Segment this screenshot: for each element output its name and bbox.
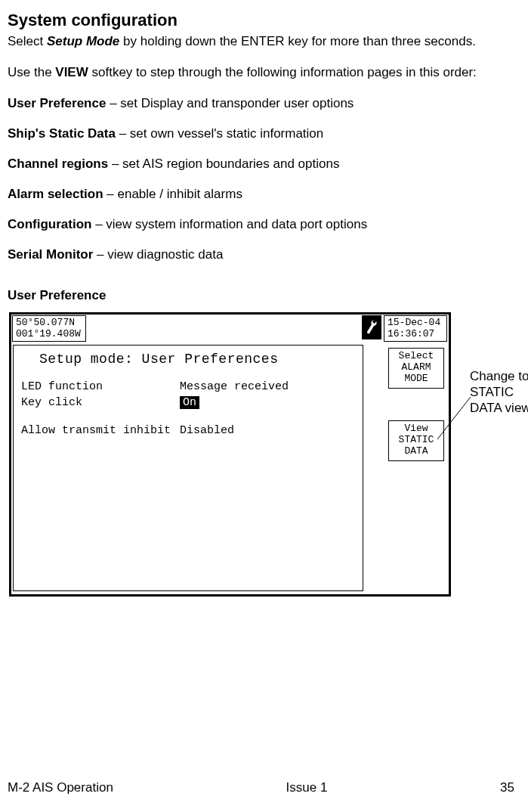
text: softkey to step through the following in… <box>88 65 477 79</box>
panel-title: Setup mode: User Preferences <box>39 352 355 367</box>
setting-value: Disabled <box>180 423 234 439</box>
text: Select <box>8 34 47 48</box>
page-heading: System configuration <box>8 11 520 30</box>
date: 15-Dec-04 <box>388 317 443 329</box>
list-item: Serial Monitor – view diagnostic data <box>8 247 520 262</box>
setting-label: LED function <box>21 379 180 395</box>
status-bar: 50°50.077N 001°19.408W 15-Dec-04 16:36:0… <box>11 315 449 342</box>
softkey-line: STATIC <box>399 435 434 446</box>
list-item: Ship's Static Data – set own vessel's st… <box>8 126 520 141</box>
text: Use the <box>8 65 55 79</box>
item-label: Alarm selection <box>8 187 103 201</box>
selected-value: On <box>180 396 199 409</box>
intro-paragraph-1: Select Setup Mode by holding down the EN… <box>8 33 520 49</box>
softkey-select-alarm-mode[interactable]: Select ALARM MODE <box>388 348 444 389</box>
setting-value[interactable]: On <box>180 395 199 411</box>
setting-row: LED function Message received <box>21 379 355 395</box>
item-desc: – view system information and data port … <box>91 217 367 231</box>
softkey-line: MODE <box>404 373 428 385</box>
datetime-box: 15-Dec-04 16:36:07 <box>384 315 447 342</box>
setup-mode-label: Setup Mode <box>47 34 119 48</box>
page-footer: M-2 AIS Operation Issue 1 35 <box>8 780 514 795</box>
intro-paragraph-2: Use the VIEW softkey to step through the… <box>8 64 520 80</box>
item-desc: – enable / inhibit alarms <box>103 187 242 201</box>
setting-row: Key click On <box>21 395 355 411</box>
setting-value: Message received <box>180 379 289 395</box>
text: by holding down the ENTER key for more t… <box>119 34 476 48</box>
softkey-line: View <box>404 423 428 435</box>
list-item: Channel regions – set AIS region boundar… <box>8 157 520 172</box>
softkey-line: Select <box>399 351 434 362</box>
item-desc: – set Display and transponder user optio… <box>106 96 354 110</box>
item-desc: – set AIS region boundaries and options <box>108 157 339 171</box>
setting-label: Key click <box>21 395 180 411</box>
list-item: Configuration – view system information … <box>8 217 520 232</box>
footer-right: 35 <box>500 780 514 795</box>
annotation: Change to STATIC DATA view <box>470 368 528 417</box>
coordinates-box: 50°50.077N 001°19.408W <box>12 315 86 342</box>
footer-center: Issue 1 <box>286 780 328 795</box>
figure-area: 50°50.077N 001°19.408W 15-Dec-04 16:36:0… <box>9 312 523 597</box>
time: 16:36:07 <box>388 328 443 340</box>
softkey-line: ALARM <box>401 362 431 373</box>
item-label: User Preference <box>8 96 106 110</box>
item-label: Ship's Static Data <box>8 126 116 141</box>
item-label: Serial Monitor <box>8 247 93 262</box>
setting-label: Allow transmit inhibit <box>21 423 180 439</box>
item-label: Channel regions <box>8 157 108 171</box>
footer-left: M-2 AIS Operation <box>8 780 113 795</box>
wrench-icon <box>362 315 381 339</box>
list-item: Alarm selection – enable / inhibit alarm… <box>8 187 520 202</box>
list-item: User Preference – set Display and transp… <box>8 96 520 111</box>
softkey-view-static-data[interactable]: View STATIC DATA <box>388 420 444 461</box>
softkey-line: DATA <box>404 446 428 457</box>
item-label: Configuration <box>8 217 91 231</box>
longitude: 001°19.408W <box>16 328 82 340</box>
device-screen: 50°50.077N 001°19.408W 15-Dec-04 16:36:0… <box>9 312 451 597</box>
item-desc: – set own vessel's static information <box>116 126 323 141</box>
view-softkey-label: VIEW <box>55 65 88 79</box>
main-panel: Setup mode: User Preferences LED functio… <box>13 345 363 591</box>
latitude: 50°50.077N <box>16 317 82 329</box>
section-title: User Preference <box>8 288 520 303</box>
setting-row: Allow transmit inhibit Disabled <box>21 423 355 439</box>
item-desc: – view diagnostic data <box>93 247 223 262</box>
